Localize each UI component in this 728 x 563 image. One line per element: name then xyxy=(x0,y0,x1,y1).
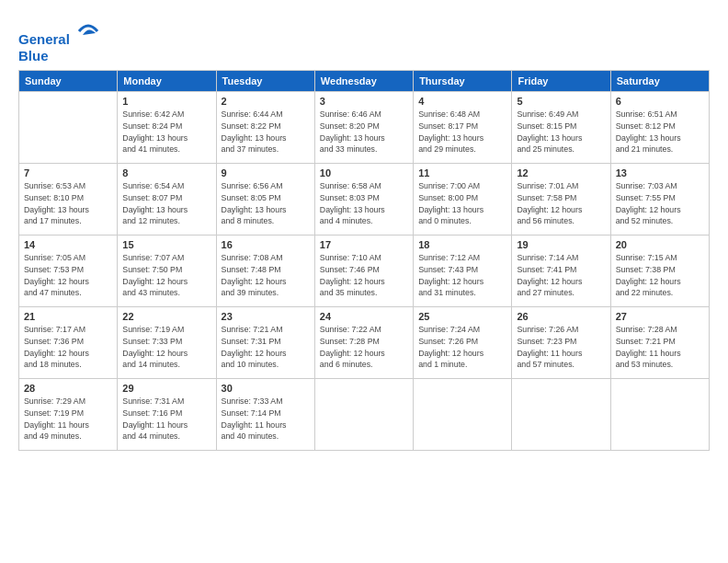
day-number: 2 xyxy=(222,96,310,107)
calendar-cell: 5Sunrise: 6:49 AMSunset: 8:15 PMDaylight… xyxy=(512,92,610,164)
day-info: Sunrise: 7:28 AMSunset: 7:21 PMDaylight:… xyxy=(616,324,704,371)
week-row-3: 14Sunrise: 7:05 AMSunset: 7:53 PMDayligh… xyxy=(19,236,710,307)
logo-general: General xyxy=(18,31,70,47)
header: General Blue xyxy=(18,15,710,64)
calendar-cell: 28Sunrise: 7:29 AMSunset: 7:19 PMDayligh… xyxy=(19,379,118,451)
calendar-cell: 16Sunrise: 7:08 AMSunset: 7:48 PMDayligh… xyxy=(216,236,314,307)
day-number: 14 xyxy=(24,239,112,250)
weekday-friday: Friday xyxy=(512,71,610,92)
day-info: Sunrise: 6:58 AMSunset: 8:03 PMDaylight:… xyxy=(320,180,408,227)
calendar-cell: 10Sunrise: 6:58 AMSunset: 8:03 PMDayligh… xyxy=(314,164,413,236)
week-row-2: 7Sunrise: 6:53 AMSunset: 8:10 PMDaylight… xyxy=(19,164,710,236)
week-row-4: 21Sunrise: 7:17 AMSunset: 7:36 PMDayligh… xyxy=(19,307,710,379)
calendar-cell: 20Sunrise: 7:15 AMSunset: 7:38 PMDayligh… xyxy=(610,236,709,307)
calendar-cell: 11Sunrise: 7:00 AMSunset: 8:00 PMDayligh… xyxy=(414,164,512,236)
day-info: Sunrise: 7:26 AMSunset: 7:23 PMDaylight:… xyxy=(517,324,605,371)
calendar-cell xyxy=(314,379,413,451)
day-number: 6 xyxy=(616,96,704,107)
day-number: 8 xyxy=(122,167,210,178)
calendar-cell: 9Sunrise: 6:56 AMSunset: 8:05 PMDaylight… xyxy=(216,164,314,236)
day-number: 4 xyxy=(418,96,506,107)
day-info: Sunrise: 7:03 AMSunset: 7:55 PMDaylight:… xyxy=(616,180,704,227)
calendar-cell: 29Sunrise: 7:31 AMSunset: 7:16 PMDayligh… xyxy=(118,379,216,451)
calendar-cell: 26Sunrise: 7:26 AMSunset: 7:23 PMDayligh… xyxy=(512,307,610,379)
calendar-cell: 21Sunrise: 7:17 AMSunset: 7:36 PMDayligh… xyxy=(19,307,118,379)
week-row-1: 1Sunrise: 6:42 AMSunset: 8:24 PMDaylight… xyxy=(19,92,710,164)
calendar-cell: 25Sunrise: 7:24 AMSunset: 7:26 PMDayligh… xyxy=(414,307,512,379)
calendar-cell xyxy=(19,92,118,164)
day-info: Sunrise: 7:21 AMSunset: 7:31 PMDaylight:… xyxy=(222,324,310,371)
day-info: Sunrise: 6:48 AMSunset: 8:17 PMDaylight:… xyxy=(418,109,506,155)
day-info: Sunrise: 7:29 AMSunset: 7:19 PMDaylight:… xyxy=(24,396,112,442)
calendar-cell xyxy=(512,379,610,451)
weekday-monday: Monday xyxy=(118,71,216,92)
day-number: 23 xyxy=(222,311,310,322)
calendar-cell xyxy=(414,379,512,451)
calendar-cell: 24Sunrise: 7:22 AMSunset: 7:28 PMDayligh… xyxy=(314,307,413,379)
day-number: 24 xyxy=(320,311,408,322)
calendar-cell: 27Sunrise: 7:28 AMSunset: 7:21 PMDayligh… xyxy=(610,307,709,379)
day-info: Sunrise: 6:53 AMSunset: 8:10 PMDaylight:… xyxy=(24,180,112,227)
weekday-saturday: Saturday xyxy=(610,71,709,92)
day-number: 27 xyxy=(616,311,704,322)
day-number: 7 xyxy=(24,167,112,178)
day-info: Sunrise: 7:00 AMSunset: 8:00 PMDaylight:… xyxy=(418,180,506,227)
logo-text: General xyxy=(18,18,101,48)
calendar-cell: 7Sunrise: 6:53 AMSunset: 8:10 PMDaylight… xyxy=(19,164,118,236)
week-row-5: 28Sunrise: 7:29 AMSunset: 7:19 PMDayligh… xyxy=(19,379,710,451)
day-number: 13 xyxy=(616,167,704,178)
day-number: 16 xyxy=(222,239,310,250)
calendar-cell: 30Sunrise: 7:33 AMSunset: 7:14 PMDayligh… xyxy=(216,379,314,451)
day-info: Sunrise: 6:49 AMSunset: 8:15 PMDaylight:… xyxy=(517,109,605,155)
weekday-wednesday: Wednesday xyxy=(314,71,413,92)
calendar-cell: 8Sunrise: 6:54 AMSunset: 8:07 PMDaylight… xyxy=(118,164,216,236)
calendar-cell: 17Sunrise: 7:10 AMSunset: 7:46 PMDayligh… xyxy=(314,236,413,307)
logo-blue: Blue xyxy=(18,48,101,64)
day-info: Sunrise: 7:01 AMSunset: 7:58 PMDaylight:… xyxy=(517,180,605,227)
day-info: Sunrise: 7:33 AMSunset: 7:14 PMDaylight:… xyxy=(222,396,310,442)
weekday-sunday: Sunday xyxy=(19,71,118,92)
day-number: 20 xyxy=(616,239,704,250)
calendar-cell: 13Sunrise: 7:03 AMSunset: 7:55 PMDayligh… xyxy=(610,164,709,236)
calendar-cell: 15Sunrise: 7:07 AMSunset: 7:50 PMDayligh… xyxy=(118,236,216,307)
day-number: 25 xyxy=(418,311,506,322)
calendar-cell xyxy=(610,379,709,451)
day-info: Sunrise: 7:24 AMSunset: 7:26 PMDaylight:… xyxy=(418,324,506,371)
weekday-header-row: SundayMondayTuesdayWednesdayThursdayFrid… xyxy=(19,71,710,92)
page: General Blue SundayMondayTuesdayWednesda… xyxy=(0,0,728,563)
day-number: 19 xyxy=(517,239,605,250)
day-number: 18 xyxy=(418,239,506,250)
weekday-tuesday: Tuesday xyxy=(216,71,314,92)
day-number: 9 xyxy=(222,167,310,178)
day-info: Sunrise: 6:54 AMSunset: 8:07 PMDaylight:… xyxy=(122,180,210,227)
calendar-cell: 18Sunrise: 7:12 AMSunset: 7:43 PMDayligh… xyxy=(414,236,512,307)
day-info: Sunrise: 7:07 AMSunset: 7:50 PMDaylight:… xyxy=(122,252,210,299)
day-info: Sunrise: 7:08 AMSunset: 7:48 PMDaylight:… xyxy=(222,252,310,299)
day-info: Sunrise: 7:12 AMSunset: 7:43 PMDaylight:… xyxy=(418,252,506,299)
day-number: 30 xyxy=(222,383,310,394)
logo-icon xyxy=(75,18,101,44)
day-number: 12 xyxy=(517,167,605,178)
day-number: 28 xyxy=(24,383,112,394)
day-info: Sunrise: 6:51 AMSunset: 8:12 PMDaylight:… xyxy=(616,109,704,155)
day-info: Sunrise: 6:46 AMSunset: 8:20 PMDaylight:… xyxy=(320,109,408,155)
calendar-cell: 6Sunrise: 6:51 AMSunset: 8:12 PMDaylight… xyxy=(610,92,709,164)
day-number: 21 xyxy=(24,311,112,322)
day-number: 1 xyxy=(122,96,210,107)
calendar-cell: 4Sunrise: 6:48 AMSunset: 8:17 PMDaylight… xyxy=(414,92,512,164)
day-info: Sunrise: 6:56 AMSunset: 8:05 PMDaylight:… xyxy=(222,180,310,227)
calendar-cell: 12Sunrise: 7:01 AMSunset: 7:58 PMDayligh… xyxy=(512,164,610,236)
day-number: 22 xyxy=(122,311,210,322)
day-number: 11 xyxy=(418,167,506,178)
calendar-cell: 23Sunrise: 7:21 AMSunset: 7:31 PMDayligh… xyxy=(216,307,314,379)
day-number: 26 xyxy=(517,311,605,322)
calendar-table: SundayMondayTuesdayWednesdayThursdayFrid… xyxy=(18,70,710,451)
day-number: 3 xyxy=(320,96,408,107)
calendar-cell: 2Sunrise: 6:44 AMSunset: 8:22 PMDaylight… xyxy=(216,92,314,164)
day-info: Sunrise: 7:22 AMSunset: 7:28 PMDaylight:… xyxy=(320,324,408,371)
day-info: Sunrise: 7:15 AMSunset: 7:38 PMDaylight:… xyxy=(616,252,704,299)
calendar-cell: 1Sunrise: 6:42 AMSunset: 8:24 PMDaylight… xyxy=(118,92,216,164)
weekday-thursday: Thursday xyxy=(414,71,512,92)
day-info: Sunrise: 7:14 AMSunset: 7:41 PMDaylight:… xyxy=(517,252,605,299)
day-info: Sunrise: 7:31 AMSunset: 7:16 PMDaylight:… xyxy=(122,396,210,442)
